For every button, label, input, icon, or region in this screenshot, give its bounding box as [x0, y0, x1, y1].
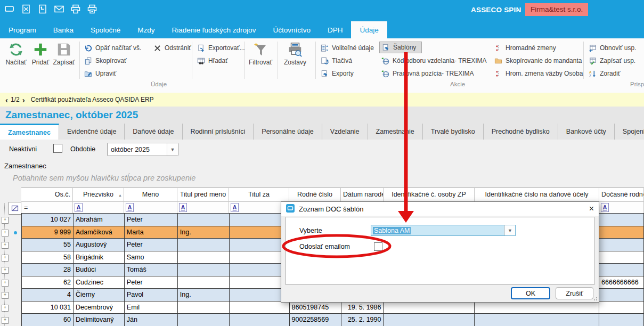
filter-button[interactable]: Filtrovať [247, 42, 274, 66]
bulk-person-link-button[interactable]: Hrom. zmena väzby Osoba [494, 69, 583, 78]
add-button[interactable]: Pridať [30, 42, 51, 66]
optional-data-button[interactable]: Voliteľné údaje [321, 43, 374, 53]
menu-item-riadenie-udsk-ch-zdrojov[interactable]: Riadenie ľudských zdrojov [164, 21, 265, 38]
find-table-icon [197, 57, 205, 65]
tab-trval-bydlisko[interactable]: Trvalé bydlisko [423, 124, 484, 140]
column-header-id_dan[interactable]: Identifikačné číslo na daňové účely [475, 188, 599, 201]
menu-item-program[interactable]: Program [0, 21, 45, 38]
column-header-rodne_cislo[interactable]: Rodné číslo [289, 188, 341, 201]
tab-bankov-ty[interactable]: Bankové účty [558, 124, 615, 140]
tab-eviden-n-daje[interactable]: Evidenčné údaje [59, 124, 125, 140]
dialog-titlebar[interactable]: Zoznam DOC šablón × [281, 202, 599, 216]
send-email-checkbox[interactable] [374, 242, 382, 251]
column-header-osc[interactable]: Os.č. [21, 188, 73, 201]
column-header-priezvisko[interactable]: Priezvisko▲ [73, 188, 124, 201]
cell-docasne [599, 314, 644, 326]
text-filter-icon[interactable]: A [179, 203, 187, 212]
filter-cell-titul_pred[interactable]: A [177, 202, 229, 213]
column-header-docasne[interactable]: Dočasné rodné [599, 188, 644, 201]
filter-cell-priezvisko[interactable]: A [73, 202, 124, 213]
column-header-titul_za[interactable]: Titul za [229, 188, 289, 201]
menu-item-mzdy[interactable]: Mzdy [129, 21, 163, 38]
row-expand-button[interactable]: + [2, 292, 9, 299]
trexima-position-button[interactable]: Pracovná pozícia- TREXIMA [381, 69, 474, 78]
menu-item-banka[interactable]: Banka [45, 21, 82, 38]
tab-prechodn-bydlisko[interactable]: Prechodné bydlisko [484, 124, 558, 140]
row-expand-button[interactable]: + [2, 242, 9, 249]
reports-button[interactable]: Zostavy [281, 42, 309, 66]
bulk-changes-button[interactable]: Hromadné zmeny [494, 43, 556, 53]
cell-osc: 9 999 [22, 226, 74, 239]
text-filter-icon[interactable]: A [126, 203, 134, 212]
text-filter-icon[interactable]: A [75, 203, 83, 212]
mail-icon[interactable] [54, 4, 64, 14]
ok-button[interactable]: OK [511, 287, 550, 299]
text-filter-icon[interactable]: A [601, 203, 609, 212]
column-header-id_zp[interactable]: Identifikačné č. osoby ZP [384, 188, 475, 201]
trexima-education-button[interactable]: Kód odboru vzdelania- TREXIMA [381, 56, 487, 66]
delete-button[interactable]: Odstrániť [153, 43, 191, 53]
column-header-titul_pred[interactable]: Titul pred meno [177, 188, 229, 201]
menu-item--tovn-ctvo[interactable]: Účtovníctvo [264, 21, 319, 38]
row-expand-button[interactable]: + [2, 230, 9, 237]
forms-button[interactable]: Tlačivá [321, 56, 352, 66]
cell-meno: Emil [125, 301, 178, 314]
tab-rodinn-pr-slu-n-ci[interactable]: Rodinní príslušníci [183, 124, 254, 140]
tab-zamestnanec[interactable]: Zamestnanec [0, 124, 59, 140]
row-expand-button[interactable]: + [2, 280, 9, 287]
cell-priezvisko: Abrahám [74, 214, 125, 226]
exports-button[interactable]: Exporty [321, 69, 354, 78]
row-expand-button[interactable]: + [2, 217, 9, 224]
cell-id_zp [384, 314, 475, 326]
find-button[interactable]: Hľadať [197, 56, 228, 66]
print-icon[interactable] [70, 4, 81, 14]
reload-all-button[interactable]: Opäť načítať vš. [84, 43, 141, 53]
filter-cell-docasne[interactable]: A [599, 202, 644, 213]
load-button[interactable]: Načítať [3, 42, 29, 66]
menu-item--daje[interactable]: Údaje [351, 21, 387, 38]
tab-vzdelanie[interactable]: Vzdelanie [322, 124, 368, 140]
inactive-checkbox[interactable] [53, 144, 62, 153]
tab-spojenia[interactable]: Spojenia [615, 124, 644, 140]
copy-button[interactable]: Skopírovať [84, 56, 127, 66]
filter-cell-meno[interactable]: A [124, 202, 177, 213]
close-icon[interactable]: × [589, 205, 594, 213]
table-row-9[interactable]: 60DelimitovanýJán900225856925. 2. 1990 [21, 314, 644, 326]
restore-layout-button[interactable]: Obnoviť usp. [589, 43, 637, 53]
template-select[interactable]: Sablona AM ▼ [371, 225, 516, 236]
resize-grip[interactable] [593, 296, 597, 300]
save-layout-button[interactable]: Zapísať usp. [589, 56, 635, 66]
prev-notice-icon[interactable]: ‹ [5, 96, 8, 104]
cancel-button[interactable]: Zrušiť [556, 287, 593, 299]
app-icon[interactable] [4, 4, 15, 14]
list-settings-icon [321, 44, 329, 52]
equals-filter-icon[interactable]: = [23, 204, 28, 211]
save-button[interactable]: Zapísať [52, 42, 76, 66]
tab-da-ov-daje[interactable]: Daňové údaje [125, 124, 182, 140]
tab-person-lne-daje[interactable]: Personálne údaje [254, 124, 322, 140]
row-expand-button[interactable]: + [2, 317, 9, 324]
copy-to-mandant-button[interactable]: Skopírovanie do mandanta [494, 56, 582, 66]
row-expand-button[interactable]: + [2, 255, 9, 262]
column-header-datum_narodenia[interactable]: Dátum narodenia [341, 188, 384, 201]
filter-cell-osc[interactable]: = [21, 202, 73, 213]
row-expand-button[interactable]: + [2, 267, 9, 274]
column-header-meno[interactable]: Meno [124, 188, 177, 201]
sort-button[interactable]: AZ Zoradiť [589, 69, 621, 78]
period-select[interactable]: október 2025 ▼ [107, 143, 178, 156]
row-expand-button[interactable]: + [2, 305, 9, 312]
table-row-8[interactable]: 10 031DecembrovýEmil860519874519. 5. 198… [21, 301, 644, 314]
tab-zamestnanie[interactable]: Zamestnanie [368, 124, 423, 140]
templates-button[interactable]: Šablóny [379, 42, 422, 53]
menu-item-spolo-n-[interactable]: Spoločné [82, 21, 129, 38]
edit-button[interactable]: Upraviť [84, 69, 116, 78]
text-filter-icon[interactable]: A [231, 203, 239, 212]
filter-builder-button[interactable] [9, 202, 21, 215]
cell-meno: Tomáš [125, 264, 178, 276]
print-settings-icon[interactable] [87, 4, 97, 14]
export-excel-icon[interactable] [21, 4, 31, 14]
menu-item-dph[interactable]: DPH [319, 21, 352, 38]
next-notice-icon[interactable]: › [22, 96, 25, 104]
export-pdf-icon[interactable] [37, 4, 48, 14]
export-button[interactable]: Exportovať... [197, 43, 245, 53]
